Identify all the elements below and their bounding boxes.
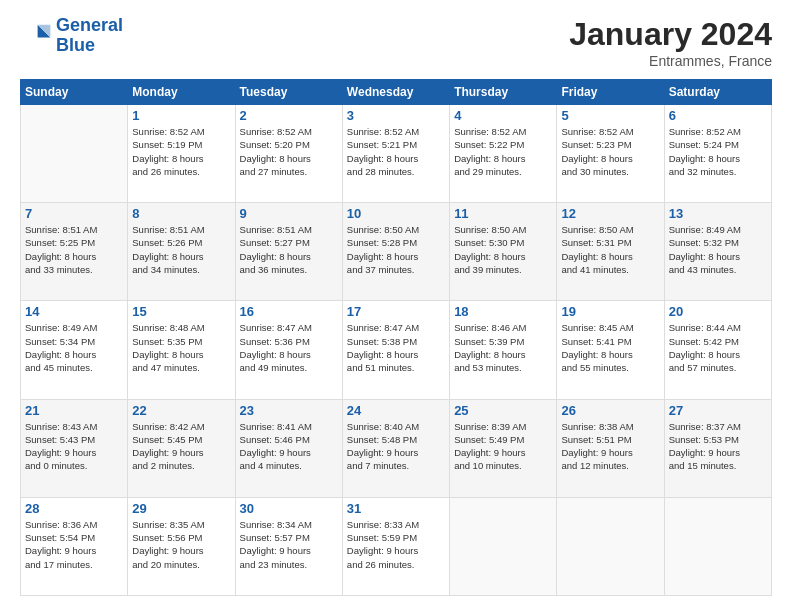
calendar-cell: 13Sunrise: 8:49 AM Sunset: 5:32 PM Dayli…	[664, 203, 771, 301]
day-number: 23	[240, 403, 338, 418]
day-number: 24	[347, 403, 445, 418]
calendar-week-row: 7Sunrise: 8:51 AM Sunset: 5:25 PM Daylig…	[21, 203, 772, 301]
logo-icon	[20, 20, 52, 52]
day-number: 13	[669, 206, 767, 221]
logo-line2: Blue	[56, 35, 95, 55]
day-number: 25	[454, 403, 552, 418]
calendar-cell: 16Sunrise: 8:47 AM Sunset: 5:36 PM Dayli…	[235, 301, 342, 399]
calendar-header-row: SundayMondayTuesdayWednesdayThursdayFrid…	[21, 80, 772, 105]
day-number: 27	[669, 403, 767, 418]
day-info: Sunrise: 8:51 AM Sunset: 5:26 PM Dayligh…	[132, 223, 230, 276]
calendar-cell: 24Sunrise: 8:40 AM Sunset: 5:48 PM Dayli…	[342, 399, 449, 497]
col-header-sunday: Sunday	[21, 80, 128, 105]
col-header-monday: Monday	[128, 80, 235, 105]
calendar-cell	[664, 497, 771, 595]
day-number: 19	[561, 304, 659, 319]
day-number: 5	[561, 108, 659, 123]
day-info: Sunrise: 8:38 AM Sunset: 5:51 PM Dayligh…	[561, 420, 659, 473]
day-number: 18	[454, 304, 552, 319]
calendar-cell: 21Sunrise: 8:43 AM Sunset: 5:43 PM Dayli…	[21, 399, 128, 497]
day-info: Sunrise: 8:49 AM Sunset: 5:34 PM Dayligh…	[25, 321, 123, 374]
day-info: Sunrise: 8:49 AM Sunset: 5:32 PM Dayligh…	[669, 223, 767, 276]
day-number: 1	[132, 108, 230, 123]
day-info: Sunrise: 8:52 AM Sunset: 5:24 PM Dayligh…	[669, 125, 767, 178]
day-info: Sunrise: 8:46 AM Sunset: 5:39 PM Dayligh…	[454, 321, 552, 374]
header: General Blue January 2024 Entrammes, Fra…	[20, 16, 772, 69]
day-number: 28	[25, 501, 123, 516]
calendar-cell	[450, 497, 557, 595]
day-info: Sunrise: 8:44 AM Sunset: 5:42 PM Dayligh…	[669, 321, 767, 374]
logo-text: General Blue	[56, 16, 123, 56]
day-number: 7	[25, 206, 123, 221]
subtitle: Entrammes, France	[569, 53, 772, 69]
day-info: Sunrise: 8:52 AM Sunset: 5:23 PM Dayligh…	[561, 125, 659, 178]
col-header-saturday: Saturday	[664, 80, 771, 105]
calendar-cell: 9Sunrise: 8:51 AM Sunset: 5:27 PM Daylig…	[235, 203, 342, 301]
day-number: 3	[347, 108, 445, 123]
day-number: 30	[240, 501, 338, 516]
day-info: Sunrise: 8:52 AM Sunset: 5:20 PM Dayligh…	[240, 125, 338, 178]
day-info: Sunrise: 8:50 AM Sunset: 5:31 PM Dayligh…	[561, 223, 659, 276]
calendar-cell: 6Sunrise: 8:52 AM Sunset: 5:24 PM Daylig…	[664, 105, 771, 203]
calendar-cell: 1Sunrise: 8:52 AM Sunset: 5:19 PM Daylig…	[128, 105, 235, 203]
day-number: 4	[454, 108, 552, 123]
day-info: Sunrise: 8:33 AM Sunset: 5:59 PM Dayligh…	[347, 518, 445, 571]
calendar-week-row: 21Sunrise: 8:43 AM Sunset: 5:43 PM Dayli…	[21, 399, 772, 497]
day-info: Sunrise: 8:35 AM Sunset: 5:56 PM Dayligh…	[132, 518, 230, 571]
calendar-cell: 3Sunrise: 8:52 AM Sunset: 5:21 PM Daylig…	[342, 105, 449, 203]
day-info: Sunrise: 8:41 AM Sunset: 5:46 PM Dayligh…	[240, 420, 338, 473]
calendar-cell: 22Sunrise: 8:42 AM Sunset: 5:45 PM Dayli…	[128, 399, 235, 497]
calendar-cell: 7Sunrise: 8:51 AM Sunset: 5:25 PM Daylig…	[21, 203, 128, 301]
day-info: Sunrise: 8:52 AM Sunset: 5:22 PM Dayligh…	[454, 125, 552, 178]
day-info: Sunrise: 8:37 AM Sunset: 5:53 PM Dayligh…	[669, 420, 767, 473]
col-header-thursday: Thursday	[450, 80, 557, 105]
day-info: Sunrise: 8:40 AM Sunset: 5:48 PM Dayligh…	[347, 420, 445, 473]
day-info: Sunrise: 8:51 AM Sunset: 5:27 PM Dayligh…	[240, 223, 338, 276]
day-number: 6	[669, 108, 767, 123]
col-header-wednesday: Wednesday	[342, 80, 449, 105]
day-number: 15	[132, 304, 230, 319]
calendar-cell: 18Sunrise: 8:46 AM Sunset: 5:39 PM Dayli…	[450, 301, 557, 399]
title-area: January 2024 Entrammes, France	[569, 16, 772, 69]
calendar-cell: 23Sunrise: 8:41 AM Sunset: 5:46 PM Dayli…	[235, 399, 342, 497]
calendar-table: SundayMondayTuesdayWednesdayThursdayFrid…	[20, 79, 772, 596]
day-info: Sunrise: 8:50 AM Sunset: 5:28 PM Dayligh…	[347, 223, 445, 276]
day-number: 8	[132, 206, 230, 221]
calendar-cell: 17Sunrise: 8:47 AM Sunset: 5:38 PM Dayli…	[342, 301, 449, 399]
calendar-cell: 14Sunrise: 8:49 AM Sunset: 5:34 PM Dayli…	[21, 301, 128, 399]
calendar-cell: 2Sunrise: 8:52 AM Sunset: 5:20 PM Daylig…	[235, 105, 342, 203]
day-info: Sunrise: 8:39 AM Sunset: 5:49 PM Dayligh…	[454, 420, 552, 473]
day-info: Sunrise: 8:42 AM Sunset: 5:45 PM Dayligh…	[132, 420, 230, 473]
day-info: Sunrise: 8:34 AM Sunset: 5:57 PM Dayligh…	[240, 518, 338, 571]
calendar-cell: 20Sunrise: 8:44 AM Sunset: 5:42 PM Dayli…	[664, 301, 771, 399]
day-info: Sunrise: 8:50 AM Sunset: 5:30 PM Dayligh…	[454, 223, 552, 276]
day-number: 14	[25, 304, 123, 319]
calendar-cell: 15Sunrise: 8:48 AM Sunset: 5:35 PM Dayli…	[128, 301, 235, 399]
col-header-friday: Friday	[557, 80, 664, 105]
calendar-cell	[557, 497, 664, 595]
calendar-cell: 30Sunrise: 8:34 AM Sunset: 5:57 PM Dayli…	[235, 497, 342, 595]
day-number: 10	[347, 206, 445, 221]
calendar-cell: 25Sunrise: 8:39 AM Sunset: 5:49 PM Dayli…	[450, 399, 557, 497]
day-info: Sunrise: 8:45 AM Sunset: 5:41 PM Dayligh…	[561, 321, 659, 374]
day-number: 31	[347, 501, 445, 516]
day-info: Sunrise: 8:47 AM Sunset: 5:36 PM Dayligh…	[240, 321, 338, 374]
calendar-cell: 11Sunrise: 8:50 AM Sunset: 5:30 PM Dayli…	[450, 203, 557, 301]
col-header-tuesday: Tuesday	[235, 80, 342, 105]
day-number: 17	[347, 304, 445, 319]
day-number: 2	[240, 108, 338, 123]
day-number: 29	[132, 501, 230, 516]
day-info: Sunrise: 8:52 AM Sunset: 5:19 PM Dayligh…	[132, 125, 230, 178]
calendar-week-row: 14Sunrise: 8:49 AM Sunset: 5:34 PM Dayli…	[21, 301, 772, 399]
logo-line1: General	[56, 15, 123, 35]
day-number: 12	[561, 206, 659, 221]
day-number: 20	[669, 304, 767, 319]
calendar-cell: 29Sunrise: 8:35 AM Sunset: 5:56 PM Dayli…	[128, 497, 235, 595]
day-info: Sunrise: 8:52 AM Sunset: 5:21 PM Dayligh…	[347, 125, 445, 178]
page: General Blue January 2024 Entrammes, Fra…	[0, 0, 792, 612]
day-number: 11	[454, 206, 552, 221]
day-number: 9	[240, 206, 338, 221]
calendar-week-row: 28Sunrise: 8:36 AM Sunset: 5:54 PM Dayli…	[21, 497, 772, 595]
calendar-cell	[21, 105, 128, 203]
calendar-cell: 12Sunrise: 8:50 AM Sunset: 5:31 PM Dayli…	[557, 203, 664, 301]
